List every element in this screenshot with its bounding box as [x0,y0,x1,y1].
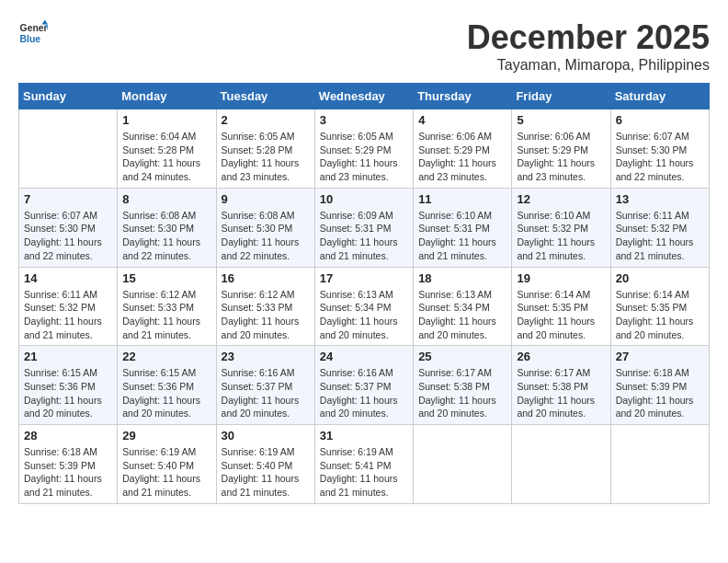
cell-info: Sunrise: 6:10 AMSunset: 5:31 PMDaylight:… [418,209,506,263]
calendar-cell-w4-d4: 24Sunrise: 6:16 AMSunset: 5:37 PMDayligh… [314,346,413,425]
calendar-week-3: 14Sunrise: 6:11 AMSunset: 5:32 PMDayligh… [19,267,710,346]
calendar-cell-w2-d5: 11Sunrise: 6:10 AMSunset: 5:31 PMDayligh… [414,188,512,267]
day-number: 18 [418,271,506,285]
calendar-table: Sunday Monday Tuesday Wednesday Thursday… [18,83,710,504]
cell-info: Sunrise: 6:08 AMSunset: 5:30 PMDaylight:… [222,209,310,263]
day-number: 14 [24,271,112,285]
day-number: 22 [122,350,210,363]
day-number: 26 [517,350,605,363]
cell-info: Sunrise: 6:15 AMSunset: 5:36 PMDaylight:… [24,366,112,420]
calendar-cell-w3-d7: 20Sunrise: 6:14 AMSunset: 5:35 PMDayligh… [610,267,709,346]
page-header: General Blue December 2025 Tayaman, Mima… [18,18,710,74]
cell-info: Sunrise: 6:09 AMSunset: 5:31 PMDaylight:… [320,209,408,263]
calendar-cell-w5-d3: 30Sunrise: 6:19 AMSunset: 5:40 PMDayligh… [216,425,314,504]
cell-info: Sunrise: 6:14 AMSunset: 5:35 PMDaylight:… [616,288,704,342]
calendar-cell-w1-d6: 5Sunrise: 6:06 AMSunset: 5:29 PMDaylight… [512,109,610,189]
day-number: 12 [517,192,605,206]
cell-info: Sunrise: 6:11 AMSunset: 5:32 PMDaylight:… [616,209,704,263]
svg-text:Blue: Blue [20,34,41,44]
day-number: 30 [222,429,310,442]
day-number: 15 [122,271,210,285]
cell-info: Sunrise: 6:05 AMSunset: 5:28 PMDaylight:… [222,130,310,184]
day-number: 25 [418,350,506,363]
cell-info: Sunrise: 6:19 AMSunset: 5:40 PMDaylight:… [222,445,310,500]
calendar-cell-w1-d4: 3Sunrise: 6:05 AMSunset: 5:29 PMDaylight… [314,109,413,189]
logo: General Blue [18,18,48,48]
calendar-cell-w4-d6: 26Sunrise: 6:17 AMSunset: 5:38 PMDayligh… [512,346,610,425]
calendar-cell-w4-d1: 21Sunrise: 6:15 AMSunset: 5:36 PMDayligh… [19,346,118,425]
cell-info: Sunrise: 6:12 AMSunset: 5:33 PMDaylight:… [222,288,310,342]
title-block: December 2025 Tayaman, Mimaropa, Philipp… [467,18,710,74]
day-number: 31 [320,429,408,442]
day-number: 29 [122,429,210,442]
day-number: 20 [616,271,704,285]
day-number: 28 [24,429,112,442]
day-number: 1 [122,113,210,127]
day-number: 7 [24,192,112,206]
cell-info: Sunrise: 6:14 AMSunset: 5:35 PMDaylight:… [517,288,605,342]
calendar-cell-w3-d1: 14Sunrise: 6:11 AMSunset: 5:32 PMDayligh… [19,267,118,346]
svg-marker-2 [42,20,48,25]
cell-info: Sunrise: 6:07 AMSunset: 5:30 PMDaylight:… [24,209,112,263]
day-number: 27 [616,350,704,363]
day-number: 5 [517,113,605,127]
location: Tayaman, Mimaropa, Philippines [467,57,710,74]
calendar-cell-w1-d5: 4Sunrise: 6:06 AMSunset: 5:29 PMDaylight… [414,109,512,189]
cell-info: Sunrise: 6:06 AMSunset: 5:29 PMDaylight:… [418,130,506,184]
month-year: December 2025 [467,18,710,57]
logo-icon: General Blue [18,18,48,48]
calendar-week-5: 28Sunrise: 6:18 AMSunset: 5:39 PMDayligh… [19,425,710,504]
calendar-cell-w2-d7: 13Sunrise: 6:11 AMSunset: 5:32 PMDayligh… [610,188,709,267]
day-number: 2 [222,113,310,127]
calendar-week-2: 7Sunrise: 6:07 AMSunset: 5:30 PMDaylight… [19,188,710,267]
col-thursday: Thursday [414,84,512,109]
calendar-cell-w1-d2: 1Sunrise: 6:04 AMSunset: 5:28 PMDaylight… [118,109,216,189]
calendar-cell-w5-d7 [610,425,709,504]
calendar-cell-w5-d6 [512,425,610,504]
day-number: 21 [24,350,112,363]
cell-info: Sunrise: 6:06 AMSunset: 5:29 PMDaylight:… [517,130,605,184]
cell-info: Sunrise: 6:15 AMSunset: 5:36 PMDaylight:… [122,366,210,420]
day-number: 9 [222,192,310,206]
day-number: 11 [418,192,506,206]
col-tuesday: Tuesday [216,84,314,109]
col-wednesday: Wednesday [314,84,413,109]
calendar-cell-w5-d1: 28Sunrise: 6:18 AMSunset: 5:39 PMDayligh… [19,425,118,504]
day-number: 3 [320,113,408,127]
day-number: 6 [616,113,704,127]
cell-info: Sunrise: 6:10 AMSunset: 5:32 PMDaylight:… [517,209,605,263]
calendar-cell-w2-d4: 10Sunrise: 6:09 AMSunset: 5:31 PMDayligh… [314,188,413,267]
calendar-cell-w3-d4: 17Sunrise: 6:13 AMSunset: 5:34 PMDayligh… [314,267,413,346]
cell-info: Sunrise: 6:04 AMSunset: 5:28 PMDaylight:… [122,130,210,184]
cell-info: Sunrise: 6:19 AMSunset: 5:41 PMDaylight:… [320,445,408,500]
cell-info: Sunrise: 6:13 AMSunset: 5:34 PMDaylight:… [320,288,408,342]
cell-info: Sunrise: 6:16 AMSunset: 5:37 PMDaylight:… [222,366,310,420]
calendar-cell-w3-d2: 15Sunrise: 6:12 AMSunset: 5:33 PMDayligh… [118,267,216,346]
calendar-cell-w3-d3: 16Sunrise: 6:12 AMSunset: 5:33 PMDayligh… [216,267,314,346]
calendar-cell-w2-d3: 9Sunrise: 6:08 AMSunset: 5:30 PMDaylight… [216,188,314,267]
cell-info: Sunrise: 6:18 AMSunset: 5:39 PMDaylight:… [616,366,704,420]
calendar-cell-w4-d5: 25Sunrise: 6:17 AMSunset: 5:38 PMDayligh… [414,346,512,425]
calendar-cell-w4-d3: 23Sunrise: 6:16 AMSunset: 5:37 PMDayligh… [216,346,314,425]
day-number: 19 [517,271,605,285]
calendar-week-4: 21Sunrise: 6:15 AMSunset: 5:36 PMDayligh… [19,346,710,425]
svg-text:General: General [20,23,48,33]
cell-info: Sunrise: 6:16 AMSunset: 5:37 PMDaylight:… [320,366,408,420]
calendar-header-row: Sunday Monday Tuesday Wednesday Thursday… [19,84,710,109]
calendar-cell-w2-d6: 12Sunrise: 6:10 AMSunset: 5:32 PMDayligh… [512,188,610,267]
day-number: 16 [222,271,310,285]
calendar-cell-w4-d7: 27Sunrise: 6:18 AMSunset: 5:39 PMDayligh… [610,346,709,425]
calendar-cell-w2-d1: 7Sunrise: 6:07 AMSunset: 5:30 PMDaylight… [19,188,118,267]
day-number: 4 [418,113,506,127]
cell-info: Sunrise: 6:11 AMSunset: 5:32 PMDaylight:… [24,288,112,342]
cell-info: Sunrise: 6:19 AMSunset: 5:40 PMDaylight:… [122,445,210,500]
calendar-cell-w1-d3: 2Sunrise: 6:05 AMSunset: 5:28 PMDaylight… [216,109,314,189]
day-number: 10 [320,192,408,206]
day-number: 17 [320,271,408,285]
calendar-cell-w3-d5: 18Sunrise: 6:13 AMSunset: 5:34 PMDayligh… [414,267,512,346]
calendar-cell-w5-d2: 29Sunrise: 6:19 AMSunset: 5:40 PMDayligh… [118,425,216,504]
cell-info: Sunrise: 6:13 AMSunset: 5:34 PMDaylight:… [418,288,506,342]
calendar-cell-w4-d2: 22Sunrise: 6:15 AMSunset: 5:36 PMDayligh… [118,346,216,425]
cell-info: Sunrise: 6:18 AMSunset: 5:39 PMDaylight:… [24,445,112,500]
day-number: 23 [222,350,310,363]
